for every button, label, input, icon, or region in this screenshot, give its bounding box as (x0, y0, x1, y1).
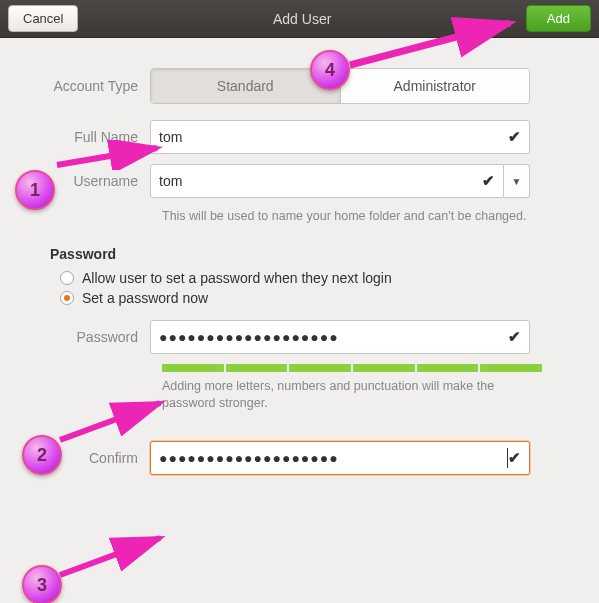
full-name-value: tom (159, 129, 508, 145)
add-button[interactable]: Add (526, 5, 591, 32)
account-type-row: Account Type Standard Administrator (30, 68, 569, 104)
strength-segment (162, 364, 224, 372)
dialog-content: Account Type Standard Administrator Full… (0, 38, 599, 495)
annotation-badge-2: 2 (22, 435, 62, 475)
svg-line-2 (60, 538, 160, 575)
full-name-label: Full Name (30, 129, 150, 145)
full-name-row: Full Name tom ✔ (30, 120, 569, 154)
annotation-badge-1: 1 (15, 170, 55, 210)
username-helper-text: This will be used to name your home fold… (162, 208, 542, 226)
strength-segment (226, 364, 288, 372)
username-row: Username tom ✔ ▼ (30, 164, 569, 198)
check-icon: ✔ (508, 449, 521, 467)
password-value: ●●●●●●●●●●●●●●●●●●● (159, 330, 508, 344)
username-value: tom (159, 173, 482, 189)
password-strength-meter (162, 364, 542, 372)
account-type-label: Account Type (30, 78, 150, 94)
radio-set-now[interactable]: Set a password now (60, 290, 569, 306)
radio-set-now-label: Set a password now (82, 290, 208, 306)
strength-segment (417, 364, 479, 372)
confirm-input[interactable]: ●●●●●●●●●●●●●●●●●●● ✔ (150, 441, 530, 475)
annotation-badge-3: 3 (22, 565, 62, 603)
radio-next-login-label: Allow user to set a password when they n… (82, 270, 392, 286)
strength-segment (480, 364, 542, 372)
password-helper-text: Adding more letters, numbers and punctua… (162, 378, 542, 413)
password-row: Password ●●●●●●●●●●●●●●●●●●● ✔ (30, 320, 569, 354)
dialog-title: Add User (78, 11, 525, 27)
chevron-down-icon: ▼ (512, 176, 522, 187)
full-name-input[interactable]: tom ✔ (150, 120, 530, 154)
confirm-value: ●●●●●●●●●●●●●●●●●●● (159, 451, 506, 465)
annotation-arrow-3 (55, 530, 175, 580)
titlebar: Cancel Add User Add (0, 0, 599, 38)
cancel-button[interactable]: Cancel (8, 5, 78, 32)
username-input[interactable]: tom ✔ (150, 164, 504, 198)
check-icon: ✔ (482, 172, 495, 190)
username-dropdown-button[interactable]: ▼ (504, 164, 530, 198)
account-type-administrator[interactable]: Administrator (340, 69, 530, 103)
radio-icon (60, 271, 74, 285)
username-combo: tom ✔ ▼ (150, 164, 530, 198)
password-input[interactable]: ●●●●●●●●●●●●●●●●●●● ✔ (150, 320, 530, 354)
check-icon: ✔ (508, 128, 521, 146)
radio-icon (60, 291, 74, 305)
strength-segment (289, 364, 351, 372)
confirm-row: Confirm ●●●●●●●●●●●●●●●●●●● ✔ (30, 441, 569, 475)
check-icon: ✔ (508, 328, 521, 346)
password-section-title: Password (50, 246, 569, 262)
annotation-badge-4: 4 (310, 50, 350, 90)
password-label: Password (30, 329, 150, 345)
radio-next-login[interactable]: Allow user to set a password when they n… (60, 270, 569, 286)
strength-segment (353, 364, 415, 372)
